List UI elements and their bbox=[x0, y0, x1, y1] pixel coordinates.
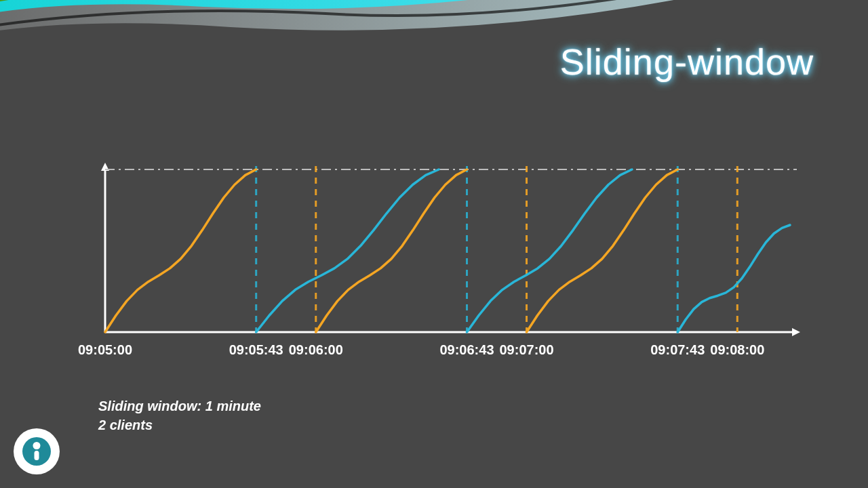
slide-caption: Sliding window: 1 minute 2 clients bbox=[98, 396, 261, 434]
x-tick-label: 09:07:00 bbox=[500, 342, 554, 358]
x-tick-label: 09:06:43 bbox=[439, 342, 494, 358]
penguin-icon bbox=[22, 437, 51, 466]
caption-line-2: 2 clients bbox=[98, 415, 261, 434]
x-tick-label: 09:05:00 bbox=[78, 342, 132, 358]
sliding-window-chart bbox=[81, 163, 800, 339]
x-tick-label: 09:05:43 bbox=[229, 342, 283, 358]
x-tick-label: 09:08:00 bbox=[710, 342, 764, 358]
caption-line-1: Sliding window: 1 minute bbox=[98, 396, 261, 415]
slide-title: Sliding-window bbox=[560, 41, 814, 83]
slide: Sliding-window 09:05:0009:05:4309:06:000… bbox=[0, 0, 868, 488]
svg-marker-3 bbox=[792, 328, 800, 336]
x-tick-label: 09:06:00 bbox=[289, 342, 343, 358]
x-tick-label: 09:07:43 bbox=[650, 342, 705, 358]
footer-logo bbox=[14, 428, 60, 474]
